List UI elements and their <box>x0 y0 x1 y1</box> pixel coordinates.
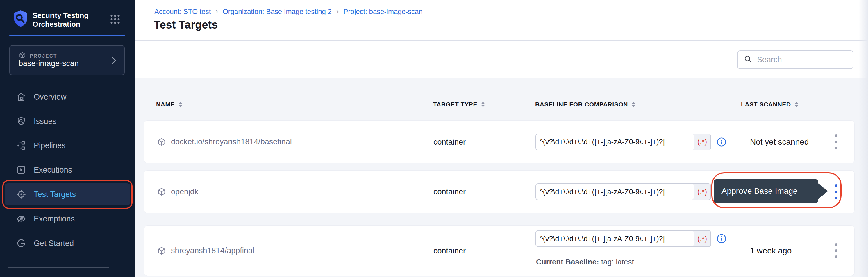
project-label: PROJECT <box>30 53 57 59</box>
cube-icon <box>157 137 166 147</box>
sort-icon <box>795 101 799 108</box>
baseline-regex-input[interactable] <box>536 134 694 150</box>
shield-search-icon <box>16 116 26 126</box>
sto-shield-logo-icon <box>12 10 29 30</box>
baseline-cell: (.*) <box>535 183 711 200</box>
sidebar-item-issues[interactable]: Issues <box>5 110 130 132</box>
info-icon[interactable] <box>716 233 727 245</box>
cube-icon <box>157 246 166 255</box>
get-started-icon <box>16 238 26 248</box>
regex-badge: (.*) <box>694 184 710 200</box>
row-menu-button[interactable] <box>830 132 842 153</box>
breadcrumb-separator: › <box>336 7 339 16</box>
play-box-icon <box>16 165 26 175</box>
sidebar: Security Testing Orchestration PROJECT b… <box>0 0 135 277</box>
row-menu-button[interactable] <box>830 240 842 261</box>
baseline-regex-group: (.*) <box>535 134 711 150</box>
baseline-cell: (.*) Current Baseline: tag: latest <box>535 230 711 247</box>
baseline-cell: (.*) <box>535 134 711 150</box>
sort-icon <box>178 101 183 108</box>
target-name-cell: docket.io/shreyansh1814/basefinal <box>157 137 292 147</box>
baseline-regex-group: (.*) <box>535 183 711 200</box>
breadcrumb-separator: › <box>215 7 218 16</box>
module-accent-line <box>9 35 125 36</box>
home-icon <box>16 92 26 102</box>
breadcrumb-organization[interactable]: Organization: Base Image testing 2 <box>223 7 332 16</box>
sidebar-item-pipelines[interactable]: Pipelines <box>5 134 130 157</box>
target-type-cell: container <box>433 137 466 146</box>
search-box[interactable] <box>737 50 854 69</box>
eye-off-icon <box>16 214 26 224</box>
sidebar-item-exemptions[interactable]: Exemptions <box>5 208 130 230</box>
sidebar-item-overview[interactable]: Overview <box>5 86 130 108</box>
search-icon <box>744 55 752 64</box>
target-name-cell: shreyansh1814/appfinal <box>157 246 254 255</box>
baseline-regex-group: (.*) <box>535 230 711 247</box>
breadcrumb: Account: STO test › Organization: Base I… <box>154 7 423 16</box>
cube-icon <box>157 187 166 196</box>
table-row-appfinal: shreyansh1814/appfinal container (.*) Cu… <box>144 225 855 276</box>
target-type-cell: container <box>433 246 466 255</box>
last-scanned-cell: 1 week ago <box>750 246 792 255</box>
regex-badge: (.*) <box>694 134 710 150</box>
module-grid-icon[interactable] <box>110 14 120 26</box>
sto-test-targets-page: Security Testing Orchestration PROJECT b… <box>0 0 868 277</box>
sidebar-item-executions[interactable]: Executions <box>5 159 130 181</box>
sidebar-item-get-started[interactable]: Get Started <box>5 232 130 254</box>
project-selector[interactable]: PROJECT base-image-scan <box>9 45 125 75</box>
target-icon <box>16 189 26 199</box>
sidebar-divider <box>8 268 109 268</box>
project-name: base-image-scan <box>19 59 79 68</box>
current-baseline-text: Current Baseline: tag: latest <box>536 257 634 267</box>
table-row-basefinal: docket.io/shreyansh1814/basefinal contai… <box>144 120 855 163</box>
toolbar <box>135 41 868 78</box>
baseline-regex-input[interactable] <box>536 231 694 246</box>
last-scanned-cell: Not yet scanned <box>750 137 809 147</box>
sidebar-item-test-targets[interactable]: Test Targets <box>5 183 130 205</box>
row-menu-button[interactable] <box>830 181 842 202</box>
page-title: Test Targets <box>154 19 218 31</box>
info-icon[interactable] <box>716 137 727 148</box>
target-name-cell: openjdk <box>157 187 198 196</box>
tooltip-arrow <box>817 183 828 200</box>
column-header-target-type[interactable]: TARGET TYPE <box>433 101 485 108</box>
column-header-baseline[interactable]: BASELINE FOR COMPARISON <box>535 101 636 108</box>
chevron-right-icon <box>111 56 117 66</box>
app-title: Security Testing Orchestration <box>33 11 102 29</box>
sort-icon <box>481 101 485 108</box>
column-header-name[interactable]: NAME <box>156 101 183 108</box>
search-input[interactable] <box>757 55 844 64</box>
column-header-last-scanned[interactable]: LAST SCANNED <box>741 101 799 108</box>
approve-base-image-tooltip: Approve Base Image <box>714 179 818 203</box>
test-targets-table: NAME TARGET TYPE BASELINE FOR COMPARISON… <box>135 78 868 277</box>
sort-icon <box>631 101 636 108</box>
regex-badge: (.*) <box>694 231 710 246</box>
target-type-cell: container <box>433 187 466 196</box>
page-header: Account: STO test › Organization: Base I… <box>135 0 868 41</box>
baseline-regex-input[interactable] <box>536 184 694 200</box>
breadcrumb-project[interactable]: Project: base-image-scan <box>344 7 423 16</box>
pipelines-icon <box>16 141 26 150</box>
breadcrumb-account[interactable]: Account: STO test <box>154 7 211 16</box>
